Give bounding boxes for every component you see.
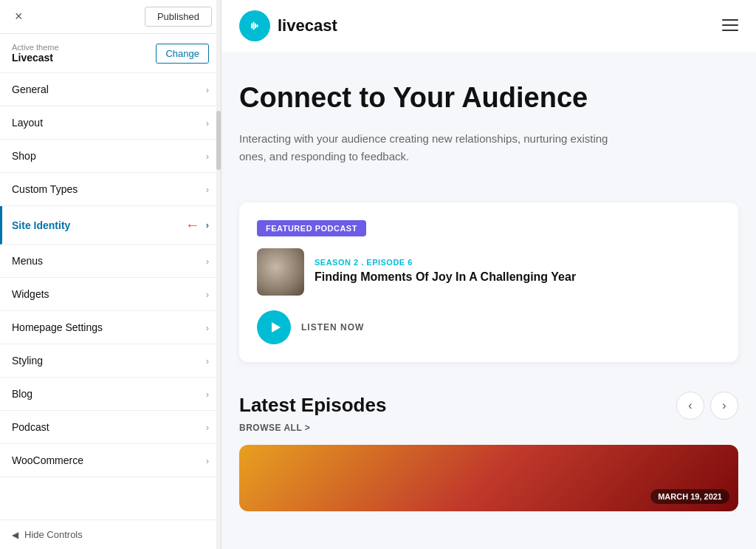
- customizer-menu-list: General › Layout › Shop › Custom Types ›…: [0, 73, 221, 519]
- sidebar-item-general-label: General: [12, 83, 49, 95]
- sidebar-item-menus-label: Menus: [12, 255, 43, 267]
- hamburger-menu[interactable]: [722, 18, 738, 35]
- browse-all-link[interactable]: BROWSE ALL >: [239, 423, 738, 433]
- chevron-icon: ›: [206, 219, 209, 231]
- episode-title: Finding Moments Of Joy In A Challenging …: [315, 270, 576, 285]
- sidebar-item-widgets-label: Widgets: [12, 288, 49, 300]
- active-indicator: ← ›: [185, 216, 209, 233]
- svg-rect-3: [722, 30, 738, 31]
- podcast-info: SEASON 2 . EPISODE 6 Finding Moments Of …: [315, 258, 576, 285]
- sidebar-item-podcast[interactable]: Podcast ›: [0, 411, 221, 444]
- active-theme-label: Active theme: [12, 43, 59, 52]
- published-button[interactable]: Published: [145, 7, 212, 27]
- sidebar-item-custom-types[interactable]: Custom Types ›: [0, 173, 221, 206]
- hero-subtitle: Interacting with your audience creating …: [239, 130, 608, 166]
- sidebar-item-widgets[interactable]: Widgets ›: [0, 278, 221, 311]
- sidebar-item-site-identity[interactable]: Site Identity ← ›: [0, 206, 221, 245]
- sidebar-item-blog[interactable]: Blog ›: [0, 378, 221, 411]
- scrollbar-thumb[interactable]: [216, 111, 221, 170]
- chevron-icon: ›: [206, 84, 209, 95]
- theme-name: Livecast: [12, 52, 59, 64]
- podcast-thumbnail: [257, 248, 304, 296]
- next-arrow-button[interactable]: ›: [710, 392, 738, 420]
- sidebar-item-general[interactable]: General ›: [0, 73, 221, 106]
- featured-badge: FEATURED PODCAST: [257, 220, 366, 236]
- sidebar-item-styling-label: Styling: [12, 355, 43, 366]
- hero-title: Connect to Your Audience: [239, 81, 738, 115]
- svg-marker-4: [272, 322, 281, 333]
- chevron-icon: ›: [206, 422, 209, 433]
- chevron-icon: ›: [206, 117, 209, 129]
- chevron-icon: ›: [206, 289, 209, 300]
- listen-label: LISTEN NOW: [301, 322, 364, 333]
- sidebar-item-woocommerce[interactable]: WooCommerce ›: [0, 444, 221, 477]
- sidebar-item-podcast-label: Podcast: [12, 421, 49, 433]
- sidebar-item-homepage-settings-label: Homepage Settings: [12, 321, 103, 333]
- sidebar-item-homepage-settings[interactable]: Homepage Settings ›: [0, 311, 221, 344]
- podcast-thumb-image: [257, 248, 304, 296]
- latest-episodes-section: Latest Episodes ‹ › BROWSE ALL > MARCH 1…: [221, 377, 756, 526]
- chevron-icon: ›: [206, 322, 209, 333]
- sidebar-item-menus[interactable]: Menus ›: [0, 245, 221, 278]
- chevron-icon: ›: [206, 455, 209, 466]
- red-arrow-icon: ←: [185, 216, 200, 233]
- episode-date-badge: MARCH 19, 2021: [650, 489, 729, 504]
- sidebar-item-layout-label: Layout: [12, 117, 43, 129]
- close-button[interactable]: ×: [9, 6, 29, 27]
- podcast-row: SEASON 2 . EPISODE 6 Finding Moments Of …: [257, 248, 721, 296]
- scrollbar-track: [216, 0, 221, 549]
- play-button[interactable]: [257, 310, 291, 344]
- chevron-icon: ›: [206, 184, 209, 195]
- episode-card[interactable]: MARCH 19, 2021: [239, 445, 738, 511]
- chevron-icon: ›: [206, 389, 209, 400]
- sidebar-item-shop-label: Shop: [12, 150, 36, 162]
- season-label: SEASON 2 . EPISODE 6: [315, 258, 576, 267]
- chevron-icon: ›: [206, 151, 209, 162]
- listen-row: LISTEN NOW: [257, 310, 721, 344]
- chevron-icon: ›: [206, 355, 209, 366]
- sidebar-item-site-identity-label: Site Identity: [12, 219, 70, 231]
- sidebar-item-layout[interactable]: Layout ›: [0, 106, 221, 140]
- site-logo-name: livecast: [278, 16, 337, 35]
- change-theme-button[interactable]: Change: [156, 44, 209, 64]
- chevron-icon: ›: [206, 256, 209, 267]
- hide-controls-button[interactable]: ◀ Hide Controls: [0, 519, 221, 549]
- latest-header: Latest Episodes ‹ ›: [239, 392, 738, 420]
- sidebar-item-custom-types-label: Custom Types: [12, 183, 78, 195]
- logo-area: livecast: [239, 10, 337, 41]
- customizer-panel: × Published Active theme Livecast Change…: [0, 0, 221, 549]
- svg-rect-2: [722, 24, 738, 26]
- theme-info: Active theme Livecast: [12, 43, 59, 64]
- sidebar-item-shop[interactable]: Shop ›: [0, 140, 221, 173]
- site-header: livecast: [221, 0, 756, 52]
- latest-episodes-title: Latest Episodes: [239, 394, 386, 417]
- preview-panel: livecast Connect to Your Audience Intera…: [221, 0, 756, 549]
- sidebar-item-styling[interactable]: Styling ›: [0, 344, 221, 378]
- nav-arrows: ‹ ›: [676, 392, 738, 420]
- sidebar-item-woocommerce-label: WooCommerce: [12, 454, 83, 466]
- logo-icon: [239, 10, 270, 41]
- theme-row: Active theme Livecast Change: [0, 34, 221, 73]
- hero-section: Connect to Your Audience Interacting wit…: [221, 52, 756, 188]
- featured-podcast-card: FEATURED PODCAST SEASON 2 . EPISODE 6 Fi…: [239, 202, 738, 362]
- sidebar-item-blog-label: Blog: [12, 388, 32, 400]
- svg-rect-1: [722, 19, 738, 21]
- top-bar: × Published: [0, 0, 221, 34]
- hide-controls-icon: ◀: [12, 530, 18, 540]
- hide-controls-label: Hide Controls: [24, 529, 83, 540]
- prev-arrow-button[interactable]: ‹: [676, 392, 704, 420]
